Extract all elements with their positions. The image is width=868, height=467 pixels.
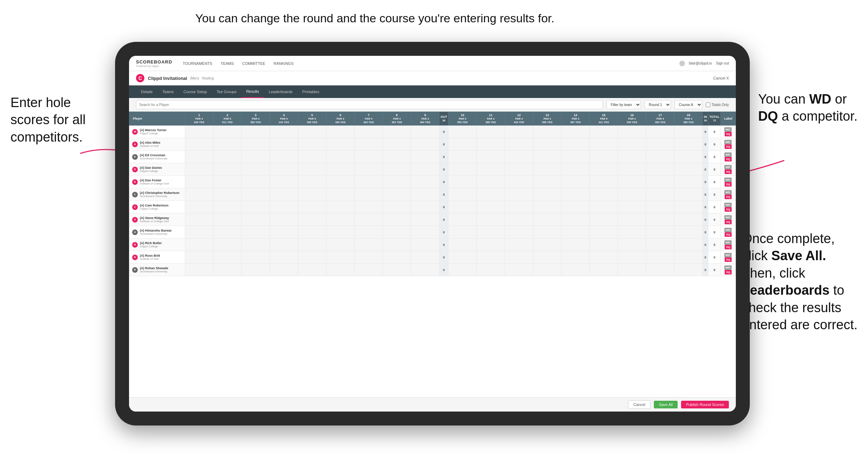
hole-17-input[interactable] — [647, 155, 673, 159]
hole-15-score[interactable] — [590, 176, 618, 188]
hole-5-input[interactable] — [299, 231, 325, 234]
hole-9-score[interactable] — [411, 213, 439, 226]
hole-1-score[interactable] — [185, 188, 213, 201]
hole-17-input[interactable] — [647, 130, 673, 134]
tab-details[interactable]: Details — [136, 85, 158, 98]
hole-14-input[interactable] — [563, 155, 588, 159]
hole-13-input[interactable] — [534, 143, 560, 146]
dq-button[interactable]: DQ — [725, 232, 732, 237]
hole-4-input[interactable] — [271, 218, 297, 221]
hole-6-score[interactable] — [326, 226, 355, 239]
hole-9-score[interactable] — [411, 176, 439, 188]
hole-14-score[interactable] — [561, 151, 590, 163]
hole-6-input[interactable] — [327, 268, 353, 272]
hole-13-input[interactable] — [534, 231, 560, 234]
tab-tee-groups[interactable]: Tee Groups — [212, 85, 241, 98]
hole-9-input[interactable] — [412, 268, 438, 272]
hole-9-input[interactable] — [412, 205, 438, 209]
hole-6-score[interactable] — [326, 213, 355, 226]
hole-15-score[interactable] — [590, 239, 618, 251]
hole-2-input[interactable] — [214, 193, 240, 196]
hole-18-score[interactable] — [674, 126, 703, 138]
hole-17-score[interactable] — [646, 188, 674, 201]
hole-12-score[interactable] — [505, 226, 533, 239]
hole-6-score[interactable] — [326, 138, 355, 151]
hole-3-input[interactable] — [243, 143, 269, 146]
hole-5-score[interactable] — [298, 226, 326, 239]
hole-10-input[interactable] — [450, 218, 475, 221]
hole-7-input[interactable] — [356, 231, 382, 234]
hole-18-input[interactable] — [675, 256, 701, 259]
hole-8-input[interactable] — [384, 256, 410, 259]
hole-11-score[interactable] — [477, 126, 505, 138]
hole-2-input[interactable] — [214, 168, 240, 171]
hole-16-score[interactable] — [618, 188, 646, 201]
dq-button[interactable]: DQ — [725, 257, 732, 262]
hole-4-input[interactable] — [271, 130, 297, 134]
hole-3-input[interactable] — [243, 243, 269, 247]
scores-table-container[interactable]: Player 1PAR 4340 YDS 2PAR 5511 YDS 3PAR … — [129, 112, 736, 397]
tab-course-setup[interactable]: Course Setup — [179, 85, 212, 98]
nav-committee[interactable]: COMMITTEE — [242, 61, 265, 66]
dq-button[interactable]: DQ — [725, 157, 732, 161]
hole-17-score[interactable] — [646, 163, 674, 176]
hole-1-input[interactable] — [186, 243, 212, 247]
hole-9-score[interactable] — [411, 138, 439, 151]
dq-button[interactable]: DQ — [725, 170, 732, 174]
hole-10-score[interactable] — [448, 151, 477, 163]
hole-17-score[interactable] — [646, 176, 674, 188]
hole-18-input[interactable] — [675, 231, 701, 234]
hole-12-input[interactable] — [506, 231, 532, 234]
hole-13-score[interactable] — [533, 176, 561, 188]
hole-11-score[interactable] — [477, 213, 505, 226]
dq-button[interactable]: DQ — [725, 195, 732, 199]
hole-7-score[interactable] — [355, 239, 383, 251]
hole-1-input[interactable] — [186, 168, 212, 171]
hole-3-input[interactable] — [243, 268, 269, 272]
hole-12-input[interactable] — [506, 256, 532, 259]
hole-12-score[interactable] — [505, 176, 533, 188]
hole-17-score[interactable] — [646, 126, 674, 138]
hole-18-score[interactable] — [674, 151, 703, 163]
totals-only-toggle[interactable]: Totals Only — [706, 103, 729, 107]
hole-11-score[interactable] — [477, 239, 505, 251]
hole-12-score[interactable] — [505, 264, 533, 276]
hole-16-score[interactable] — [618, 201, 646, 213]
hole-8-score[interactable] — [383, 188, 411, 201]
hole-14-input[interactable] — [563, 168, 588, 171]
hole-8-score[interactable] — [383, 176, 411, 188]
hole-18-input[interactable] — [675, 130, 701, 134]
hole-1-score[interactable] — [185, 213, 213, 226]
hole-13-score[interactable] — [533, 163, 561, 176]
hole-11-input[interactable] — [478, 193, 504, 196]
hole-14-score[interactable] — [561, 264, 590, 276]
hole-3-score[interactable] — [242, 239, 270, 251]
hole-13-input[interactable] — [534, 256, 560, 259]
hole-11-score[interactable] — [477, 151, 505, 163]
hole-17-input[interactable] — [647, 268, 673, 272]
hole-2-input[interactable] — [214, 231, 240, 234]
hole-7-input[interactable] — [356, 193, 382, 196]
hole-17-input[interactable] — [647, 193, 673, 196]
hole-2-input[interactable] — [214, 155, 240, 159]
hole-15-input[interactable] — [591, 130, 617, 134]
hole-9-input[interactable] — [412, 231, 438, 234]
hole-2-input[interactable] — [214, 256, 240, 259]
hole-12-input[interactable] — [506, 268, 532, 272]
hole-11-score[interactable] — [477, 138, 505, 151]
hole-12-input[interactable] — [506, 243, 532, 247]
hole-9-input[interactable] — [412, 218, 438, 221]
hole-11-input[interactable] — [478, 218, 504, 221]
hole-11-input[interactable] — [478, 243, 504, 247]
hole-18-score[interactable] — [674, 239, 703, 251]
dq-button[interactable]: DQ — [725, 270, 732, 274]
hole-6-score[interactable] — [326, 239, 355, 251]
round-select[interactable]: Round 1 Round 2 Round 3 — [644, 100, 671, 109]
hole-11-score[interactable] — [477, 176, 505, 188]
hole-14-score[interactable] — [561, 126, 590, 138]
hole-1-input[interactable] — [186, 218, 212, 221]
hole-4-input[interactable] — [271, 268, 297, 272]
hole-11-score[interactable] — [477, 226, 505, 239]
hole-7-score[interactable] — [355, 163, 383, 176]
hole-16-input[interactable] — [619, 256, 645, 259]
